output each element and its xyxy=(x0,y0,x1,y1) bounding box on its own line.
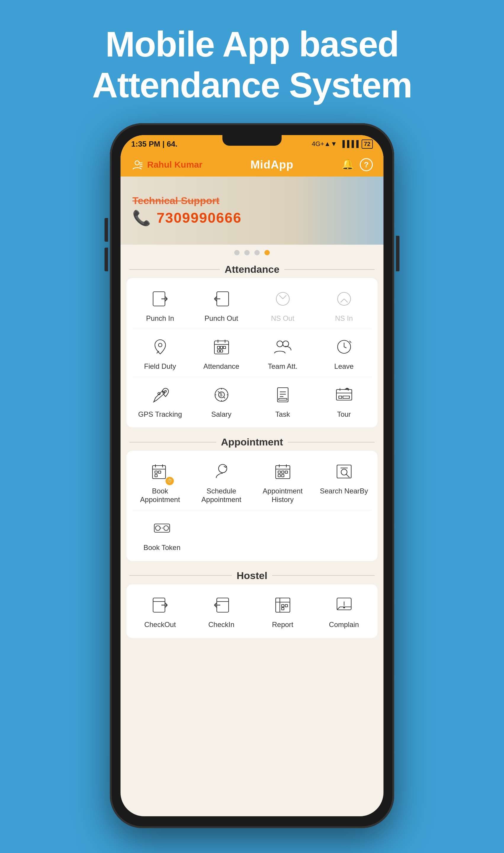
svg-rect-35 xyxy=(152,466,165,479)
schedule-appointment-icon xyxy=(210,460,233,483)
attendance-row-1: Punch In Punch Out NS Out xyxy=(126,281,378,329)
complain-item[interactable]: Complain xyxy=(318,593,371,629)
svg-point-72 xyxy=(343,607,345,608)
carousel-dots xyxy=(121,245,383,261)
task-item[interactable]: Task xyxy=(256,383,309,419)
punch-out-item[interactable]: Punch Out xyxy=(195,287,248,323)
tour-item[interactable]: Tour xyxy=(318,383,371,419)
dot-3[interactable] xyxy=(254,250,260,255)
search-nearby-item[interactable]: Search NearBy xyxy=(318,460,371,504)
appointment-history-label: Appointment History xyxy=(256,487,309,504)
svg-rect-51 xyxy=(282,475,284,477)
hostel-row-1: CheckOut CheckIn Report xyxy=(126,587,378,635)
hostel-section-header: Hostel xyxy=(121,567,383,584)
complain-icon xyxy=(332,593,356,617)
book-appointment-badge: ⏱ xyxy=(165,477,174,485)
phone-screen: 1:35 PM | 64. 4G+▲▼ ▐▐▐▐ 72 Rahul Kumar … xyxy=(121,135,383,816)
team-att-label: Team Att. xyxy=(268,362,297,371)
checkin-label: CheckIn xyxy=(208,621,234,629)
dot-2[interactable] xyxy=(244,250,250,255)
user-menu-icon[interactable] xyxy=(131,159,143,171)
svg-point-42 xyxy=(218,464,227,473)
section-line-left xyxy=(129,269,220,270)
svg-point-8 xyxy=(158,343,162,347)
complain-label: Complain xyxy=(329,621,359,629)
appointment-section-header: Appointment xyxy=(121,433,383,451)
svg-rect-13 xyxy=(217,346,220,349)
punch-in-icon xyxy=(148,287,172,311)
phone-notch xyxy=(222,135,282,146)
signal-icon: ▐▐▐▐ xyxy=(340,140,358,148)
schedule-appointment-item[interactable]: Schedule Appointment xyxy=(195,460,248,504)
svg-rect-67 xyxy=(282,604,284,607)
checkin-icon xyxy=(210,593,233,617)
checkout-label: CheckOut xyxy=(144,621,176,629)
team-att-item[interactable]: Team Att. xyxy=(256,335,309,371)
power-button xyxy=(396,236,399,271)
attendance-row-3: GPS Tracking $ Salary Task xyxy=(126,377,378,425)
checkin-item[interactable]: CheckIn xyxy=(195,593,248,629)
svg-rect-39 xyxy=(155,471,157,473)
phone-icon: 📞 xyxy=(132,209,151,227)
svg-rect-48 xyxy=(282,471,284,473)
schedule-appointment-label: Schedule Appointment xyxy=(195,487,248,504)
punch-out-icon xyxy=(210,287,233,311)
svg-rect-40 xyxy=(158,471,161,473)
attendance-section-header: Attendance xyxy=(121,261,383,278)
task-label: Task xyxy=(275,410,290,419)
tour-label: Tour xyxy=(337,410,351,419)
user-name: Rahul Kumar xyxy=(147,160,202,170)
salary-item[interactable]: $ Salary xyxy=(195,383,248,419)
gps-tracking-item[interactable]: GPS Tracking xyxy=(133,383,187,419)
svg-point-58 xyxy=(164,526,168,531)
header-icons: 🔔 ? xyxy=(341,158,373,171)
gps-tracking-label: GPS Tracking xyxy=(138,410,182,419)
status-icons: 4G+▲▼ ▐▐▐▐ 72 xyxy=(312,140,373,149)
ns-in-label: NS In xyxy=(335,314,353,323)
book-token-item[interactable]: Book Token xyxy=(135,516,188,552)
appointment-history-icon xyxy=(271,460,295,483)
book-appointment-item[interactable]: ⏱ Book Appointment xyxy=(133,460,187,504)
battery-indicator: 72 xyxy=(362,140,373,149)
svg-point-0 xyxy=(135,161,139,165)
field-duty-item[interactable]: Field Duty xyxy=(133,335,187,371)
svg-text:$: $ xyxy=(220,392,222,397)
appointment-history-item[interactable]: Appointment History xyxy=(256,460,309,504)
leave-label: Leave xyxy=(334,362,354,371)
volume-up-button xyxy=(105,218,108,242)
help-icon[interactable]: ? xyxy=(360,158,373,171)
book-appointment-icon: ⏱ xyxy=(148,460,172,483)
book-token-icon xyxy=(150,516,174,540)
gps-tracking-icon xyxy=(148,383,172,407)
report-label: Report xyxy=(272,621,293,629)
report-item[interactable]: Report xyxy=(256,593,309,629)
leave-item[interactable]: Leave xyxy=(318,335,371,371)
report-icon xyxy=(271,593,295,617)
svg-rect-49 xyxy=(285,471,288,473)
appointment-row-1: ⏱ Book Appointment Schedule Appointment … xyxy=(126,454,378,510)
search-nearby-label: Search NearBy xyxy=(320,487,368,496)
svg-rect-41 xyxy=(155,475,157,477)
svg-rect-68 xyxy=(282,607,284,610)
checkout-item[interactable]: CheckOut xyxy=(133,593,187,629)
hostel-line-left xyxy=(129,575,232,576)
punch-in-item[interactable]: Punch In xyxy=(133,287,187,323)
svg-rect-15 xyxy=(223,346,226,349)
svg-rect-47 xyxy=(278,471,281,473)
app-title: MidApp xyxy=(251,158,293,171)
attendance-item[interactable]: Attendance xyxy=(195,335,248,371)
team-att-icon xyxy=(271,335,295,359)
network-icon: 4G+▲▼ xyxy=(312,140,337,148)
punch-out-label: Punch Out xyxy=(204,314,238,323)
dot-4[interactable] xyxy=(265,250,270,255)
dot-1[interactable] xyxy=(234,250,239,255)
task-icon xyxy=(271,383,295,407)
svg-rect-52 xyxy=(337,465,351,478)
field-duty-label: Field Duty xyxy=(144,362,176,371)
svg-point-57 xyxy=(156,526,160,531)
appt-line-left xyxy=(129,442,216,443)
svg-rect-50 xyxy=(278,475,281,477)
appt-line-right xyxy=(288,442,375,443)
bell-icon[interactable]: 🔔 xyxy=(341,158,354,171)
checkout-icon xyxy=(148,593,172,617)
